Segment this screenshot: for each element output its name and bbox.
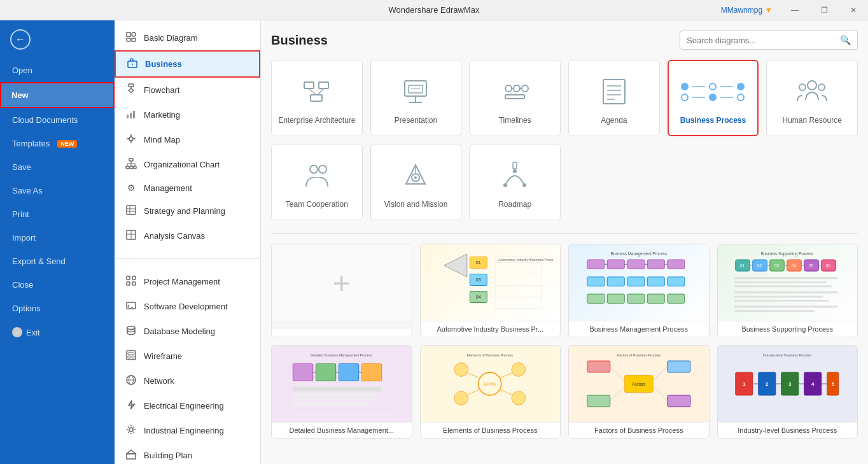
category-humanresource[interactable]: Human Resource [766,60,858,136]
mid-label-basic: Basic Diagram [144,33,198,43]
category-businessprocess[interactable]: Business Process [668,60,759,136]
network-icon [125,374,137,388]
svg-text:3: 3 [788,381,792,387]
mid-panel-item-business[interactable]: Business [115,50,260,78]
mid-panel-item-wireframe[interactable]: Wireframe [115,344,260,369]
mid-label-analysis: Analysis Canvas [144,231,205,241]
svg-rect-148 [293,364,313,381]
template-bsupporting[interactable]: Business Supporting Process 01 02 03 04 … [717,244,858,337]
svg-rect-34 [127,282,130,285]
sidebar-label-exit: Exit [26,328,40,337]
svg-text:02: 02 [758,264,763,268]
mid-panel-item-network[interactable]: Network [115,369,260,393]
template-automotive[interactable]: 01 03 04 Automotive Industry Business Pr… [420,244,561,337]
mid-panel-item-analysis[interactable]: Analysis Canvas [115,223,260,248]
svg-rect-2 [127,38,130,41]
svg-rect-43 [128,353,134,355]
sidebar-item-export[interactable]: Export & Send [0,250,115,273]
svg-rect-158 [293,403,367,405]
mid-label-wireframe: Wireframe [144,351,182,361]
template-blank[interactable]: + [271,244,412,337]
search-input[interactable] [687,36,840,45]
mid-panel-item-database[interactable]: Database Modeling [115,319,260,344]
template-bmanagement[interactable]: Business Management Process [568,244,710,337]
back-button[interactable]: ← [0,20,115,59]
svg-text:Automotive Industry Business P: Automotive Industry Business Process [499,258,553,262]
svg-text:5: 5 [832,381,834,387]
svg-point-62 [505,85,512,92]
svg-rect-50 [127,454,136,459]
svg-point-64 [522,85,528,92]
mid-panel-item-flowchart[interactable]: Flowchart [115,78,260,102]
plus-icon: + [333,265,351,300]
template-factors[interactable]: Factors of Business Process Factors [568,345,710,439]
svg-rect-176 [668,395,690,407]
sidebar-label-save: Save [12,162,31,172]
mid-panel-item-management[interactable]: ⚙ Management [115,177,260,199]
mid-panel-section-1: Basic Diagram Business Flowchart [115,20,260,253]
sidebar-label-import: Import [12,233,36,243]
close-button[interactable]: ✕ [839,0,868,20]
mid-panel-item-industrial[interactable]: Industrial Engineering [115,418,260,443]
category-visionmission[interactable]: Vision and Mission [370,144,462,220]
svg-rect-175 [587,395,610,407]
sidebar-item-cloud[interactable]: Cloud Documents [0,108,115,132]
category-enterprise[interactable]: Enterprise Architecture [271,60,363,136]
sidebar-item-exit[interactable]: ○ Exit [0,320,115,344]
svg-rect-10 [130,113,132,118]
mid-label-mindmap: Mind Map [144,135,180,144]
factors-label: Factors of Business Process [569,422,709,438]
mid-panel-item-mindmap[interactable]: Mind Map [115,127,260,152]
sidebar-item-open[interactable]: Open [0,59,115,82]
template-elements[interactable]: Elements of Business Process BPMN Elemen… [420,345,561,439]
sidebar-item-templates[interactable]: Templates NEW [0,132,115,155]
svg-rect-3 [132,38,136,41]
sidebar-item-new[interactable]: New [0,82,115,108]
sidebar-item-save[interactable]: Save [0,155,115,179]
svg-rect-105 [668,260,685,269]
mid-panel-item-project[interactable]: Project Management [115,269,260,294]
strategy-icon [125,204,137,218]
svg-rect-53 [319,82,328,88]
svg-rect-101 [587,260,605,269]
visionmission-card-label: Vision and Mission [384,200,448,210]
search-icon: 🔍 [840,35,851,45]
sidebar-item-close[interactable]: Close [0,273,115,297]
mid-label-marketing: Marketing [144,110,180,120]
wireframe-icon [125,349,137,363]
sidebar-item-print[interactable]: Print [0,202,115,226]
svg-text:Business Management Process: Business Management Process [610,251,667,257]
svg-point-162 [454,363,468,377]
mid-panel-item-marketing[interactable]: Marketing [115,102,260,127]
category-presentation[interactable]: Presentation [370,60,462,136]
mid-label-building: Building Plan [144,451,192,460]
software-icon [125,300,137,313]
mid-panel-item-strategy[interactable]: Strategy and Planning [115,199,260,223]
maximize-button[interactable]: ❐ [809,0,839,20]
templates-new-badge: NEW [57,140,77,148]
template-detailed[interactable]: Detailed Business Management Process [271,345,412,439]
industry-label: Industry-level Business Process [718,422,858,438]
svg-point-75 [818,84,825,90]
svg-text:Factors of Business Process: Factors of Business Process [617,353,661,357]
mid-panel-item-orgchart[interactable]: Organizational Chart [115,152,260,177]
mid-panel-item-electrical[interactable]: Electrical Engineering [115,393,260,418]
sidebar-item-options[interactable]: Options [0,297,115,320]
category-agenda[interactable]: Agenda [568,60,660,136]
sidebar-item-import[interactable]: Import [0,226,115,250]
analysis-icon [125,229,137,243]
user-dropdown-icon[interactable]: ▼ [765,6,773,15]
mid-panel-item-building[interactable]: Building Plan [115,443,260,464]
svg-line-55 [309,88,316,95]
svg-rect-44 [128,356,130,358]
mid-panel-item-software[interactable]: Software Development [115,294,260,319]
mid-panel: Basic Diagram Business Flowchart [115,20,261,464]
mid-panel-item-basic[interactable]: Basic Diagram [115,25,260,50]
template-industry[interactable]: Industry-level Business Process 1 2 3 4 [717,345,858,439]
enterprise-card-label: Enterprise Architecture [278,116,355,126]
category-timelines[interactable]: Timelines [469,60,561,136]
category-roadmap[interactable]: Roadmap [469,144,561,220]
category-teamcooperation[interactable]: Team Cooperation [271,144,363,220]
minimize-button[interactable]: — [780,0,809,20]
sidebar-item-saveas[interactable]: Save As [0,179,115,202]
